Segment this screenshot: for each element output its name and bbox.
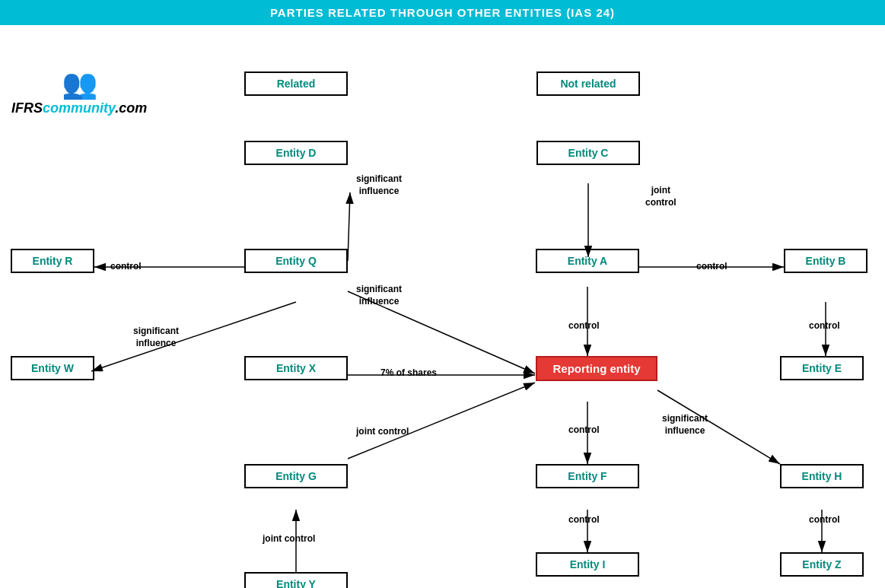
svg-line-11 <box>348 383 535 459</box>
label-H-to-Z: control <box>809 514 840 526</box>
label-A-to-reporting: control <box>568 320 600 332</box>
label-reporting-to-F: control <box>568 424 600 437</box>
not-related-label-box: Not related <box>536 72 640 96</box>
label-Q-to-reporting: significantinfluence <box>356 284 402 307</box>
entity-G: Entity G <box>244 464 348 488</box>
entity-Y: Entity Y <box>244 572 348 588</box>
svg-line-2 <box>348 192 350 261</box>
label-F-to-I: control <box>568 514 600 526</box>
logo-icon: 👥 <box>11 67 147 100</box>
entity-D: Entity D <box>244 141 348 165</box>
entity-H: Entity H <box>780 464 864 488</box>
label-X-to-reporting: 7% of shares <box>380 367 437 380</box>
entity-I: Entity I <box>536 552 639 577</box>
related-label-box: Related <box>244 72 348 96</box>
entity-W: Entity W <box>11 356 94 380</box>
entity-X: Entity X <box>244 356 348 380</box>
diagram-area: 👥 IFRScommunity.com Related Not related … <box>0 25 885 584</box>
label-Y-to-G: joint control <box>263 533 315 545</box>
label-G-to-reporting: joint control <box>356 426 409 438</box>
entity-A: Entity A <box>536 249 639 273</box>
logo: 👥 IFRScommunity.com <box>11 67 147 116</box>
entity-F: Entity F <box>536 464 639 488</box>
label-reporting-to-H: significantinfluence <box>662 413 708 437</box>
logo-text: IFRScommunity.com <box>11 100 147 116</box>
entity-C: Entity C <box>536 141 640 165</box>
label-B-to-E: control <box>809 320 840 332</box>
entity-R: Entity R <box>11 249 94 273</box>
entity-B: Entity B <box>784 249 867 273</box>
label-C-to-A: jointcontrol <box>645 185 676 208</box>
header-bar: PARTIES RELATED THROUGH OTHER ENTITIES (… <box>0 0 885 25</box>
entity-E: Entity E <box>780 356 864 380</box>
reporting-entity: Reporting entity <box>536 356 657 381</box>
related-label: Related <box>277 78 316 90</box>
label-Q-to-D: significantinfluence <box>356 173 402 197</box>
label-A-to-B: control <box>696 261 727 273</box>
page-title: PARTIES RELATED THROUGH OTHER ENTITIES (… <box>270 6 615 19</box>
not-related-label: Not related <box>560 78 616 90</box>
label-Q-to-W: significantinfluence <box>133 326 179 349</box>
entity-Z: Entity Z <box>780 552 864 577</box>
entity-Q: Entity Q <box>244 249 348 273</box>
label-Q-to-R: control <box>110 261 142 273</box>
